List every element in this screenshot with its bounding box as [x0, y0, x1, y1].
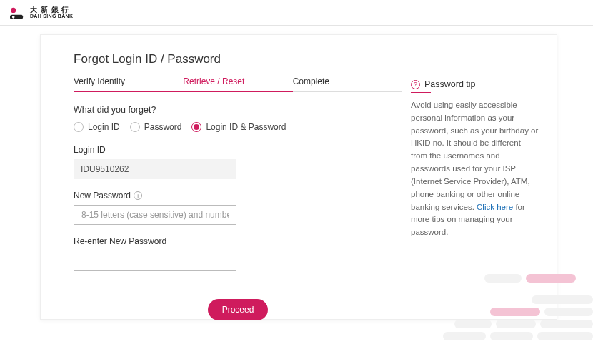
option-label: Login ID [88, 122, 120, 132]
page-title: Forgot Login ID / Password [74, 52, 402, 66]
svg-point-0 [11, 7, 16, 12]
proceed-button[interactable]: Proceed [208, 299, 269, 320]
tip-link[interactable]: Click here [477, 203, 513, 211]
option-login-id[interactable]: Login ID [74, 122, 120, 132]
forget-options: Login ID Password Login ID & Password [74, 122, 402, 132]
tip-body: Avoid using easily accessible personal i… [411, 99, 539, 239]
tip-underline [411, 92, 431, 93]
main-card: Forgot Login ID / Password Verify Identi… [40, 34, 557, 320]
brand-name-en: DAH SING BANK [30, 14, 73, 19]
progress-stepper: Verify Identity Retrieve / Reset Complet… [74, 76, 402, 92]
login-id-value: IDU9510262 [74, 159, 236, 179]
radio-icon [191, 122, 201, 132]
svg-point-1 [12, 16, 15, 19]
question-icon: ? [411, 80, 420, 89]
option-password[interactable]: Password [130, 122, 182, 132]
new-password-input[interactable] [74, 205, 236, 225]
forget-question: What did you forget? [74, 105, 402, 115]
reenter-password-input[interactable] [74, 251, 236, 271]
step-verify: Verify Identity [74, 76, 183, 92]
login-id-label: Login ID [74, 145, 402, 155]
app-header: 大 新 銀 行 DAH SING BANK [0, 0, 593, 26]
option-label: Password [144, 122, 182, 132]
radio-icon [130, 122, 140, 132]
password-tip-panel: ? Password tip Avoid using easily access… [411, 79, 539, 239]
brand-name-cn: 大 新 銀 行 [30, 6, 73, 14]
tip-title: Password tip [424, 79, 476, 89]
brand-logo: 大 新 銀 行 DAH SING BANK [10, 6, 73, 19]
logo-icon [10, 6, 26, 19]
step-complete: Complete [293, 76, 402, 92]
reenter-password-label: Re-enter New Password [74, 236, 402, 246]
step-retrieve: Retrieve / Reset [183, 76, 292, 92]
new-password-label: New Password i [74, 191, 402, 201]
option-label: Login ID & Password [206, 122, 286, 132]
info-icon[interactable]: i [134, 191, 142, 200]
radio-icon [74, 122, 84, 132]
option-login-id-and-password[interactable]: Login ID & Password [191, 122, 286, 132]
